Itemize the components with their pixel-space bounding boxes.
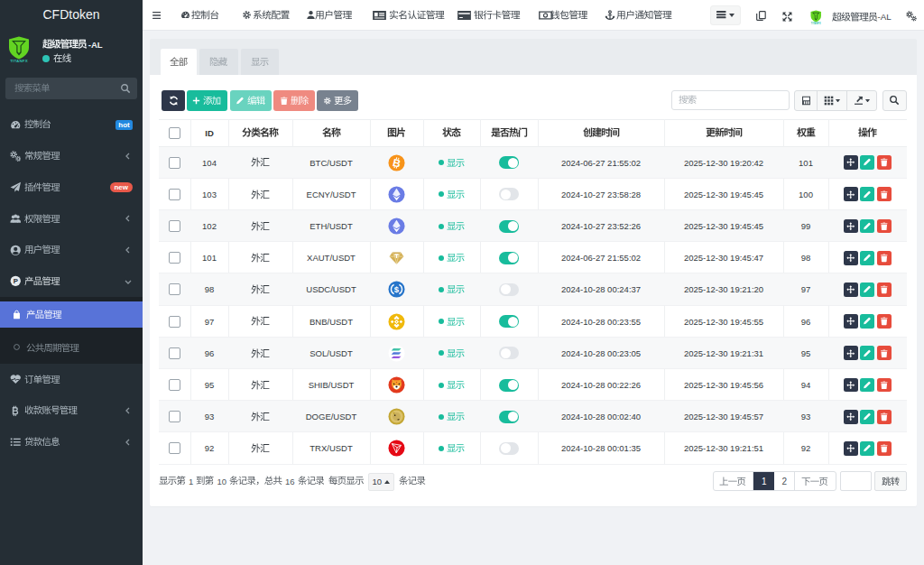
svg-text:TITANFX: TITANFX	[10, 59, 28, 62]
svg-text:TITANFX: TITANFX	[810, 21, 820, 23]
svg-text:P: P	[13, 277, 17, 285]
svg-text:$: $	[394, 284, 400, 294]
